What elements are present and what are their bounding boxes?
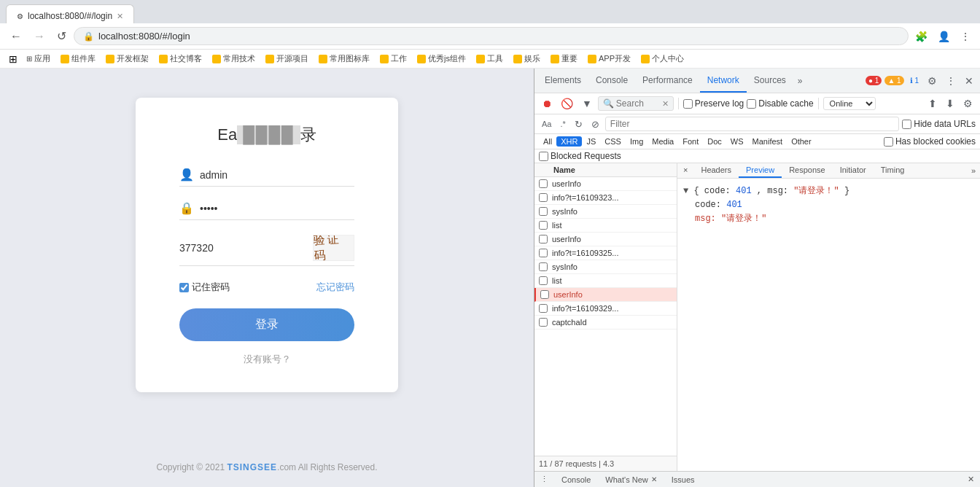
- import-button[interactable]: ⬆: [925, 96, 940, 111]
- req-checkbox-3[interactable]: [539, 207, 548, 216]
- bookmark-js[interactable]: 优秀js组件: [413, 52, 470, 65]
- req-item-9-selected[interactable]: userInfo: [534, 288, 677, 302]
- req-item-4[interactable]: list: [534, 219, 677, 233]
- whats-new-close-icon[interactable]: ✕: [651, 475, 657, 483]
- req-item-11[interactable]: captchaId: [534, 316, 677, 330]
- req-item-7[interactable]: sysInfo: [534, 260, 677, 274]
- req-item-1[interactable]: userInfo: [534, 177, 677, 191]
- remember-checkbox[interactable]: [179, 283, 189, 292]
- forgot-link[interactable]: 忘记密码: [316, 281, 354, 294]
- req-checkbox-6[interactable]: [539, 249, 548, 257]
- bookmark-important[interactable]: 重要: [546, 52, 582, 65]
- detail-tab-headers[interactable]: Headers: [693, 163, 739, 178]
- refresh-filter-button[interactable]: ↻: [572, 117, 586, 131]
- req-checkbox-9[interactable]: [540, 290, 549, 299]
- preserve-log-label[interactable]: Preserve log: [683, 98, 744, 109]
- detail-tab-response[interactable]: Response: [782, 163, 833, 178]
- preserve-log-checkbox[interactable]: [683, 99, 693, 109]
- tab-close-icon[interactable]: ✕: [117, 12, 123, 21]
- detail-tabs-more[interactable]: »: [967, 163, 980, 178]
- req-item-6[interactable]: info?t=16109325...: [534, 246, 677, 260]
- detail-tab-preview[interactable]: Preview: [739, 163, 782, 178]
- req-checkbox-8[interactable]: [539, 276, 548, 285]
- bookmark-tech[interactable]: 常用技术: [208, 52, 260, 65]
- account-button[interactable]: 👤: [934, 29, 954, 44]
- bookmark-devframework[interactable]: 开发框架: [101, 52, 153, 65]
- req-item-3[interactable]: sysInfo: [534, 205, 677, 219]
- extensions-button[interactable]: 🧩: [911, 29, 931, 44]
- type-all[interactable]: All: [539, 136, 556, 147]
- blocked-requests-checkbox[interactable]: [539, 152, 548, 161]
- type-font[interactable]: Font: [678, 136, 703, 147]
- devtools-more-button[interactable]: ⋮: [942, 74, 960, 88]
- type-ws[interactable]: WS: [726, 136, 748, 147]
- devtools-close-button[interactable]: ✕: [961, 74, 977, 88]
- captcha-image[interactable]: 验证码: [313, 235, 354, 261]
- login-button[interactable]: 登录: [179, 308, 354, 341]
- detail-tab-initiator[interactable]: Initiator: [833, 163, 874, 178]
- blocked-cookies-checkbox[interactable]: [884, 137, 893, 147]
- req-checkbox-11[interactable]: [539, 318, 548, 327]
- req-checkbox-4[interactable]: [539, 221, 548, 230]
- address-bar[interactable]: 🔒 localhost:8080/#/login: [74, 27, 909, 45]
- forward-button[interactable]: →: [29, 28, 50, 44]
- password-input[interactable]: [200, 203, 354, 214]
- req-checkbox-1[interactable]: [539, 179, 548, 188]
- bookmark-social[interactable]: 社交博客: [155, 52, 206, 65]
- req-checkbox-10[interactable]: [539, 304, 548, 313]
- devtools-bottom-close[interactable]: ✕: [968, 475, 974, 484]
- clear-button[interactable]: 🚫: [558, 96, 576, 111]
- tab-more[interactable]: »: [793, 69, 807, 93]
- more-options-icon[interactable]: ⋮: [540, 475, 548, 484]
- bookmark-profile[interactable]: 个人中心: [637, 52, 688, 65]
- username-input[interactable]: [200, 169, 354, 181]
- type-doc[interactable]: Doc: [703, 136, 726, 147]
- blocked-cookies-label[interactable]: Has blocked cookies: [884, 136, 976, 147]
- console-tab-bottom[interactable]: Console: [557, 472, 595, 487]
- bookmark-work[interactable]: 工作: [376, 52, 411, 65]
- detail-tab-timing[interactable]: Timing: [874, 163, 912, 178]
- active-tab[interactable]: ⚙ localhost:8080/#/login ✕: [6, 4, 134, 23]
- network-settings-button[interactable]: ⚙: [960, 96, 976, 111]
- req-item-5[interactable]: userInfo: [534, 233, 677, 246]
- disable-cache-label[interactable]: Disable cache: [747, 98, 813, 109]
- remember-label[interactable]: 记住密码: [179, 281, 230, 294]
- regex-button[interactable]: .*: [557, 118, 568, 130]
- whats-new-tab[interactable]: What's New ✕: [601, 472, 661, 487]
- bookmark-icons[interactable]: 常用图标库: [314, 52, 374, 65]
- req-checkbox-2[interactable]: [539, 193, 548, 202]
- tab-performance[interactable]: Performance: [635, 69, 700, 93]
- filter-toggle-button[interactable]: ▼: [579, 96, 595, 111]
- tab-network[interactable]: Network: [700, 69, 747, 93]
- hide-urls-label[interactable]: Hide data URLs: [902, 119, 976, 129]
- disable-cache-checkbox[interactable]: [747, 99, 756, 109]
- type-css[interactable]: CSS: [600, 136, 626, 147]
- back-button[interactable]: ←: [6, 28, 26, 44]
- bookmark-components[interactable]: 组件库: [56, 52, 100, 65]
- type-xhr[interactable]: XHR: [556, 136, 582, 147]
- type-js[interactable]: JS: [582, 136, 600, 147]
- hide-urls-checkbox[interactable]: [902, 120, 911, 129]
- issues-tab[interactable]: Issues: [667, 472, 699, 487]
- detail-close-button[interactable]: ×: [677, 163, 693, 178]
- invert-filter-button[interactable]: ⊘: [588, 117, 602, 131]
- bookmark-opensource[interactable]: 开源项目: [261, 52, 313, 65]
- bookmark-entertainment[interactable]: 娱乐: [509, 52, 545, 65]
- devtools-settings-button[interactable]: ⚙: [924, 74, 941, 88]
- export-button[interactable]: ⬇: [943, 96, 957, 111]
- req-item-10[interactable]: info?t=16109329...: [534, 302, 677, 316]
- bookmark-apps[interactable]: ⊞应用: [22, 52, 55, 65]
- req-item-8[interactable]: list: [534, 274, 677, 288]
- req-checkbox-7[interactable]: [539, 262, 548, 271]
- captcha-input[interactable]: [179, 242, 307, 254]
- bookmark-tools[interactable]: 工具: [472, 52, 508, 65]
- format-button[interactable]: Aa: [539, 118, 554, 130]
- json-toggle-icon[interactable]: ▼: [683, 186, 688, 196]
- apps-icon[interactable]: ⊞: [6, 52, 20, 66]
- type-img[interactable]: Img: [626, 136, 648, 147]
- search-input[interactable]: [616, 98, 660, 109]
- more-button[interactable]: ⋮: [957, 29, 974, 44]
- json-root[interactable]: ▼ { code: 401 , msg: "请登录！" }: [683, 184, 974, 198]
- req-item-2[interactable]: info?t=16109323...: [534, 191, 677, 205]
- tab-elements[interactable]: Elements: [537, 69, 588, 93]
